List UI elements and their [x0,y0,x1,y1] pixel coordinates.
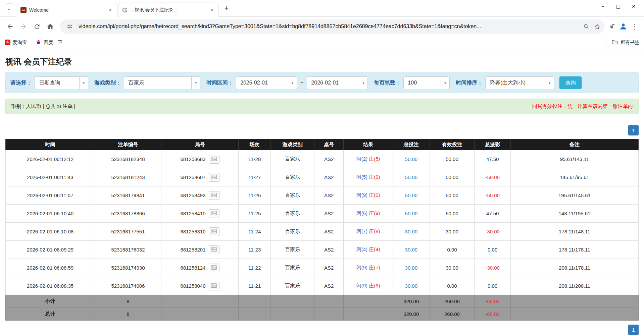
round-image-button[interactable] [209,155,219,164]
summary-bar: 币别：人民币 | 总共 :8 注单 | 同局有效投注，统一计算在该局第一张注单内 [5,99,639,114]
browser-menu-icon[interactable]: ⋮ [629,20,641,33]
close-button[interactable]: ✕ [626,0,641,13]
result-banker: 庄(4) [369,246,380,252]
round-cell: 681258201 [161,241,238,259]
note: 148.11/195.61 [510,205,638,223]
sort-select[interactable]: 降幂(由大到小) ▾ [485,76,554,89]
result-banker: 庄(7) [369,265,380,270]
bet-time: 2026-02-01 06:11:43 [6,168,95,186]
page-1-button[interactable]: 1 [628,325,639,335]
folder-icon [612,39,618,46]
total-bet-link[interactable]: 50.00 [393,186,430,205]
image-icon [211,283,217,289]
currency-summary: 币别：人民币 | 总共 :8 注单 | [11,103,75,110]
valid-bet: 0.00 [430,241,475,259]
column-header: 总投注 [393,139,430,150]
session-number: 11-28 [239,150,271,168]
payout: -50.00 [475,186,511,205]
total-bet-link[interactable]: 30.00 [393,259,430,277]
tab-welcome[interactable]: Welcome × [17,3,117,17]
session-number: 11-24 [239,223,271,241]
round-number: 681258040 [180,283,205,289]
date-from-select[interactable]: 2026-02-01 ▾ [236,76,297,89]
new-tab-button[interactable]: + [221,3,232,13]
round-image-button[interactable] [209,227,219,236]
result-cell: 闲(6) 庄(9) [344,205,393,223]
column-header: 时间 [6,139,95,150]
valid-bet: 50.00 [430,205,475,223]
bookmark-taobao[interactable]: 淘 爱淘宝 [5,40,27,46]
zoom-icon[interactable] [581,21,592,32]
url-text: videoie.com/ipl/portal.php/game/betrecor… [79,23,578,30]
date-to-select[interactable]: 2026-02-01 ▾ [307,76,368,89]
total-bet-link[interactable]: 30.00 [393,277,430,295]
filter-bar: 请选择： 日期查询 ▾ 游戏类别： 百家乐 ▾ 时间区间： 2026-02-01… [5,72,639,93]
note: 208.11/178.11 [510,259,638,277]
all-bookmarks[interactable]: 所有书签 [606,39,639,46]
total-bet-link[interactable]: 50.00 [393,205,430,223]
bet-row: 2026-02-01 06:08:59 523168174930 6812581… [6,259,639,277]
round-image-button[interactable] [209,173,219,182]
bookmark-label: 爱淘宝 [13,40,27,46]
total-bet-link[interactable]: 50.00 [393,150,430,168]
home-button[interactable] [44,20,57,33]
refresh-button[interactable] [30,20,44,33]
session-number: 11-25 [239,205,271,223]
minimize-button[interactable]: – [595,0,610,13]
column-header: 桌号 [314,139,344,150]
tab-betrecord[interactable]: :::视讯 会员下注纪录::: × [118,3,219,17]
table-number: AS2 [314,277,344,295]
game-type: 百家乐 [271,205,314,223]
game-type-select[interactable]: 百家乐 ▾ [124,76,200,89]
welcome-favicon-icon [20,7,27,13]
bet-row: 2026-02-01 06:11:07 523168179841 6812584… [6,186,639,205]
note: 95.61/143.11 [510,150,638,168]
total-bet-link[interactable]: 30.00 [393,223,430,241]
valid-bet: 0.00 [430,277,475,295]
query-type-select[interactable]: 日期查询 ▾ [35,76,88,89]
bookmark-baidu[interactable]: 百度一下 [36,39,62,46]
round-image-button[interactable] [209,264,219,272]
url-bar[interactable]: videoie.com/ipl/portal.php/game/betrecor… [60,19,604,34]
result-player: 闲(2) [356,156,367,162]
table-number: AS2 [314,223,344,241]
round-cell: 681258124 [161,259,238,277]
round-number: 681258493 [180,192,205,198]
query-button[interactable]: 查询 [559,76,582,89]
tab-close-icon[interactable]: × [208,7,215,13]
tab-search-button[interactable]: ⌄ [4,3,14,13]
payout: 47.50 [475,150,511,168]
all-bookmarks-label: 所有书签 [621,40,639,46]
tab-close-icon[interactable]: × [107,7,114,13]
page-1-button[interactable]: 1 [628,125,639,135]
site-info-icon[interactable] [64,21,75,32]
footer-payout: -65.00 [475,308,511,321]
forward-button[interactable] [17,20,30,33]
round-image-button[interactable] [209,209,219,218]
footer-label: 小计 [6,295,95,308]
bookmark-star-icon[interactable] [592,21,602,32]
game-type: 百家乐 [271,168,314,186]
profile-avatar[interactable] [618,21,629,32]
total-bet-link[interactable]: 30.00 [393,241,430,259]
bet-time: 2026-02-01 06:11:07 [6,186,95,205]
session-number: 11-22 [239,259,271,277]
back-button[interactable] [3,20,17,33]
round-cell: 681258410 [161,205,238,223]
round-image-button[interactable] [209,191,219,200]
window-controls: – ▢ ✕ [595,0,641,13]
round-image-button[interactable] [209,245,219,254]
total-bet-link[interactable]: 50.00 [393,168,430,186]
maximize-button[interactable]: ▢ [610,0,626,13]
result-cell: 闲(9) 庄(9) [344,277,393,295]
round-cell: 681258683 [161,150,238,168]
date-range-label: 时间区间： [206,79,233,87]
valid-bet: 50.00 [430,186,475,205]
page-size-select[interactable]: 100 ▾ [403,76,450,89]
round-image-button[interactable] [209,282,219,290]
round-number: 681258124 [180,265,205,271]
date-separator: ~ [300,80,304,86]
media-controls-icon[interactable] [607,21,618,32]
chevron-down-icon: ▾ [441,77,449,89]
bet-time: 2026-02-01 06:09:29 [6,241,95,259]
